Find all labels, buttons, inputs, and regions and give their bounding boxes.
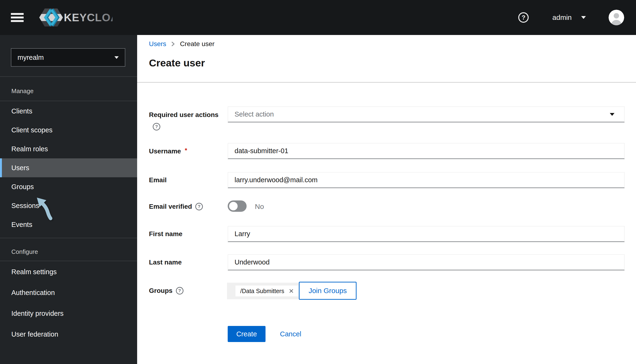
username-label: Username * — [149, 148, 187, 155]
sidebar-item-label: Identity providers — [11, 310, 64, 318]
breadcrumb-users-link[interactable]: Users — [149, 40, 166, 48]
user-avatar-icon[interactable] — [608, 10, 624, 25]
join-groups-button[interactable]: Join Groups — [299, 282, 356, 300]
sidebar-item-realm-settings[interactable]: Realm settings — [0, 262, 137, 282]
last-name-label: Last name — [149, 258, 182, 266]
breadcrumb: Users Create user — [149, 39, 214, 49]
hamburger-menu-icon[interactable] — [11, 11, 24, 24]
user-menu[interactable]: admin — [552, 14, 586, 22]
sidebar-item-label: Clients — [11, 107, 32, 115]
label-text: Last name — [149, 258, 182, 266]
nav-section-configure: Configure — [11, 245, 38, 258]
sidebar-item-label: Groups — [11, 183, 34, 191]
label-text: Email verified — [149, 203, 192, 210]
sidebar-item-users[interactable]: Users — [0, 158, 137, 177]
cursor-arrow-icon — [36, 197, 55, 221]
sidebar-item-sessions[interactable]: Sessions — [0, 196, 137, 215]
header-divider — [137, 82, 636, 83]
email-verified-toggle[interactable] — [228, 200, 246, 212]
close-x-icon[interactable] — [289, 288, 294, 293]
question-circle-icon[interactable] — [153, 123, 160, 130]
divider — [0, 261, 137, 261]
email-verified-label: Email verified — [149, 203, 203, 210]
cancel-link[interactable]: Cancel — [280, 330, 301, 338]
username-field[interactable] — [228, 143, 625, 159]
breadcrumb-current: Create user — [180, 40, 214, 48]
divider — [0, 101, 137, 101]
sidebar-item-label: Realm settings — [11, 268, 57, 276]
realm-selector[interactable]: myrealm — [11, 48, 125, 67]
sidebar-item-events[interactable]: Events — [0, 215, 137, 234]
divider — [0, 238, 137, 238]
sidebar-item-label: Sessions — [11, 202, 39, 210]
chevron-right-icon — [170, 41, 176, 47]
first-name-label: First name — [149, 230, 182, 238]
toggle-knob — [229, 202, 238, 210]
sidebar-nav: myrealm Manage Clients Client scopes Rea… — [0, 35, 137, 364]
groups-label: Groups — [149, 287, 184, 294]
keycloak-admin-console: KEYCLOAK KEYCLOAK admin myrealm Manage — [0, 0, 636, 364]
sidebar-item-user-federation[interactable]: User federation — [0, 324, 137, 344]
chevron-down-icon — [581, 16, 586, 19]
question-circle-icon[interactable] — [176, 287, 184, 294]
hamburger-bar — [11, 16, 24, 18]
last-name-field[interactable] — [228, 254, 625, 270]
realm-selector-value: myrealm — [18, 54, 114, 62]
group-chip: /Data Submitters — [236, 286, 298, 296]
required-asterisk: * — [185, 147, 187, 154]
question-circle-icon[interactable] — [195, 203, 203, 210]
hamburger-bar — [11, 20, 24, 22]
page-title: Create user — [149, 57, 205, 69]
email-field[interactable] — [228, 172, 625, 188]
required-user-actions-label: Required user actions — [149, 111, 218, 119]
sidebar-item-label: Events — [11, 221, 32, 228]
create-button[interactable]: Create — [228, 326, 266, 342]
sidebar-item-label: Authentication — [11, 289, 55, 297]
configure-nav-list: Realm settings Authentication Identity p… — [0, 262, 137, 344]
groups-chip-container: /Data Submitters — [227, 283, 309, 299]
sidebar-item-realm-roles[interactable]: Realm roles — [0, 140, 137, 158]
keycloak-logo: KEYCLOAK KEYCLOAK — [37, 7, 112, 28]
email-verified-state: No — [255, 202, 264, 210]
sidebar-item-authentication[interactable]: Authentication — [0, 282, 137, 303]
select-placeholder: Select action — [234, 110, 610, 118]
required-user-actions-select[interactable]: Select action — [228, 106, 625, 122]
nav-section-manage: Manage — [11, 84, 34, 98]
sidebar-item-client-scopes[interactable]: Client scopes — [0, 120, 137, 140]
top-bar: KEYCLOAK KEYCLOAK admin — [0, 0, 636, 35]
label-text: Email — [149, 176, 167, 184]
email-label: Email — [149, 176, 167, 184]
divider — [0, 76, 137, 77]
sidebar-item-label: Users — [11, 164, 29, 172]
label-text: Required user actions — [149, 111, 218, 119]
manage-nav-list: Clients Client scopes Realm roles Users … — [0, 102, 137, 234]
sidebar-item-label: Client scopes — [11, 126, 52, 134]
chevron-down-icon — [610, 113, 614, 116]
label-text: Groups — [149, 287, 172, 294]
sidebar-item-identity-providers[interactable]: Identity providers — [0, 303, 137, 324]
chevron-down-icon — [114, 56, 119, 59]
sidebar-item-clients[interactable]: Clients — [0, 102, 137, 120]
sidebar-item-label: User federation — [11, 330, 58, 338]
current-username: admin — [552, 14, 572, 22]
label-text: Username — [149, 148, 181, 155]
main-content: Users Create user Create user Required u… — [137, 35, 636, 364]
first-name-field[interactable] — [228, 226, 625, 242]
question-circle-icon[interactable] — [518, 12, 529, 23]
label-text: First name — [149, 230, 182, 238]
sidebar-item-label: Realm roles — [11, 145, 48, 153]
hamburger-bar — [11, 13, 24, 15]
logo-wordmark: KEYCLOAK — [64, 11, 112, 24]
sidebar-item-groups[interactable]: Groups — [0, 177, 137, 196]
group-chip-label: /Data Submitters — [240, 288, 284, 294]
